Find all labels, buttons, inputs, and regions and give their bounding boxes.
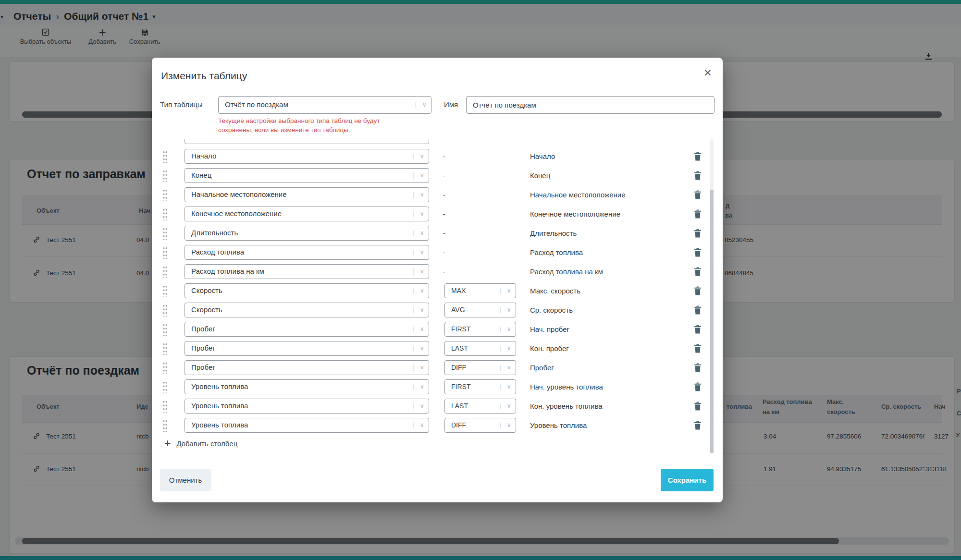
aggregate-select-value: FIRST (451, 322, 470, 336)
drag-handle-icon[interactable] (162, 342, 168, 355)
column-select-value: Скорость (191, 303, 222, 317)
delete-column-trash-icon[interactable] (694, 363, 702, 372)
select-separator: | (413, 169, 414, 182)
delete-column-trash-icon[interactable] (694, 152, 702, 161)
aggregate-select[interactable]: FIRST | ∨ (444, 322, 516, 337)
aggregate-select[interactable]: FIRST | ∨ (444, 379, 516, 394)
drag-handle-icon[interactable] (162, 400, 168, 413)
column-select[interactable]: Длительность | ∨ (185, 226, 429, 241)
column-list-scrollbar-thumb[interactable] (710, 190, 714, 453)
column-select[interactable]: Пробег | ∨ (185, 341, 429, 356)
drag-handle-icon[interactable] (162, 419, 168, 432)
drag-handle-icon[interactable] (162, 208, 168, 220)
delete-column-trash-icon[interactable] (694, 267, 702, 276)
drag-handle-icon[interactable] (162, 170, 168, 182)
name-input[interactable] (466, 96, 715, 114)
column-select[interactable]: Расход топлива | ∨ (185, 245, 429, 260)
aggregate-select[interactable]: DIFF | ∨ (444, 360, 516, 375)
column-select[interactable]: Конец | ∨ (185, 168, 429, 183)
aggregate-select[interactable]: AVG | ∨ (444, 303, 516, 317)
drag-handle-icon[interactable] (162, 381, 168, 393)
cancel-button[interactable]: Отменить (160, 469, 211, 491)
chevron-down-icon: ∨ (506, 322, 511, 336)
chevron-down-icon: ∨ (419, 380, 424, 393)
select-separator: | (500, 284, 501, 297)
delete-column-trash-icon[interactable] (694, 421, 702, 430)
select-separator: | (500, 418, 501, 432)
add-column-button[interactable]: + Добавить столбец (164, 437, 237, 450)
delete-column-trash-icon[interactable] (694, 286, 702, 295)
drag-handle-icon[interactable] (162, 266, 168, 278)
select-separator: | (413, 418, 414, 432)
column-select[interactable]: Уровень топлива | ∨ (185, 399, 429, 414)
drag-handle-icon[interactable] (162, 362, 168, 374)
drag-handle-icon[interactable] (162, 304, 168, 317)
column-select[interactable]: Начальное местоположение | ∨ (185, 187, 429, 202)
aggregate-select[interactable]: MAX | ∨ (444, 283, 516, 298)
column-display-label: Кон. пробег (530, 341, 569, 356)
column-select[interactable]: Уровень топлива | ∨ (185, 379, 429, 394)
column-select-value: Уровень топлива (191, 418, 248, 432)
column-select[interactable]: Конечное местоположение | ∨ (185, 207, 429, 221)
column-row: Уровень топлива | ∨ LAST | ∨ Кон. уровен… (152, 399, 723, 414)
drag-handle-icon[interactable] (162, 285, 168, 297)
column-select[interactable]: Пробег | ∨ (185, 322, 429, 337)
delete-column-trash-icon[interactable] (694, 190, 702, 199)
select-separator: | (500, 380, 501, 393)
aggregate-select[interactable]: LAST | ∨ (444, 341, 516, 356)
column-display-label: Длительность (530, 226, 577, 241)
column-row: Конец | ∨ - Конец (152, 168, 723, 183)
table-type-select[interactable]: Отчёт по поездкам | ∨ (218, 96, 431, 114)
column-row: Скорость | ∨ MAX | ∨ Макс. скорость (152, 283, 723, 298)
drag-handle-icon[interactable] (162, 189, 168, 201)
select-separator: | (413, 265, 414, 278)
column-select[interactable]: Скорость | ∨ (185, 303, 429, 317)
drag-handle-icon[interactable] (162, 227, 168, 240)
drag-handle-icon[interactable] (162, 150, 168, 163)
delete-column-trash-icon[interactable] (694, 229, 702, 238)
delete-column-trash-icon[interactable] (694, 171, 702, 180)
column-display-label: Кон. уровень топлива (530, 399, 603, 414)
chevron-down-icon: ∨ (419, 245, 424, 259)
delete-column-trash-icon[interactable] (694, 209, 702, 219)
select-separator: | (500, 399, 501, 413)
chevron-down-icon: ∨ (419, 188, 424, 201)
delete-column-trash-icon[interactable] (694, 402, 702, 411)
column-select-value: Уровень топлива (191, 380, 248, 393)
column-display-label: Макс. скорость (530, 283, 580, 298)
select-separator: | (415, 97, 417, 113)
delete-column-trash-icon[interactable] (694, 344, 702, 353)
column-display-label: Начало (530, 149, 555, 164)
chevron-down-icon: ∨ (422, 97, 427, 113)
column-select[interactable]: Уровень топлива | ∨ (185, 418, 429, 433)
column-select[interactable]: Расход топлива на км | ∨ (185, 264, 429, 279)
save-button[interactable]: Сохранить (661, 469, 714, 491)
drag-handle-icon[interactable] (162, 323, 168, 336)
select-separator: | (413, 399, 414, 413)
column-select[interactable]: Скорость | ∨ (185, 283, 429, 298)
delete-column-trash-icon[interactable] (694, 248, 702, 257)
select-separator: | (500, 341, 501, 355)
chevron-down-icon: ∨ (419, 149, 424, 163)
column-select-value: Начало (191, 149, 216, 163)
drag-handle-icon[interactable] (162, 246, 168, 259)
aggregate-select[interactable]: LAST | ∨ (444, 399, 516, 414)
column-row: Пробег | ∨ FIRST | ∨ Нач. пробег (152, 322, 723, 337)
no-aggregate-dash: - (443, 187, 445, 202)
chevron-down-icon: ∨ (419, 418, 424, 432)
delete-column-trash-icon[interactable] (694, 305, 702, 315)
column-display-label: Начальное местоположение (530, 187, 626, 202)
column-row: Уровень топлива | ∨ FIRST | ∨ Нач. урове… (152, 379, 723, 394)
column-select[interactable]: Начало | ∨ (185, 149, 429, 164)
chevron-down-icon: ∨ (419, 207, 424, 220)
close-icon[interactable]: ✕ (703, 67, 712, 79)
modal-title: Изменить таблицу (161, 70, 247, 82)
delete-column-trash-icon[interactable] (694, 325, 702, 334)
aggregate-select-value: LAST (451, 341, 468, 355)
column-select[interactable]: Пробег | ∨ (185, 360, 429, 375)
no-aggregate-dash: - (443, 245, 445, 260)
select-separator: | (413, 207, 414, 220)
aggregate-select[interactable]: DIFF | ∨ (444, 418, 516, 433)
type-change-warning-line1: Текущие настройки выбранного типа таблиц… (218, 117, 380, 124)
delete-column-trash-icon[interactable] (694, 382, 702, 391)
